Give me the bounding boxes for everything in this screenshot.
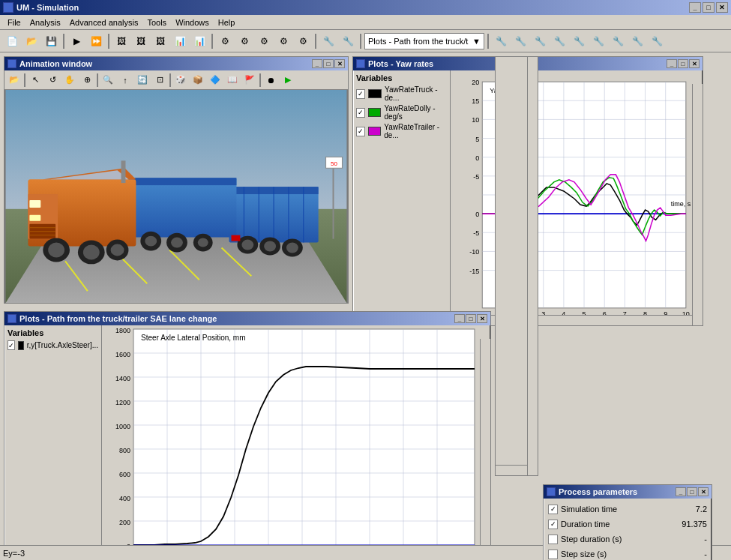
tb6[interactable]: ⚙ <box>216 33 234 49</box>
tb16[interactable]: 🔧 <box>550 33 568 49</box>
play2-button[interactable]: ⏩ <box>87 33 105 49</box>
anim-maximize[interactable]: □ <box>323 59 334 68</box>
tb19[interactable]: 🔧 <box>609 33 627 49</box>
tb2[interactable]: 🖼 <box>132 33 150 49</box>
path-window: Plots - Path from the truck/trailer SAE … <box>4 311 491 560</box>
anim-wire[interactable]: 🔷 <box>207 73 223 88</box>
menu-windows[interactable]: Windows <box>171 16 214 28</box>
duration-check[interactable]: ✓ <box>548 520 558 529</box>
animation-titlebar[interactable]: Animation window _ □ ✕ <box>4 57 348 70</box>
stepdur-check[interactable]: ✓ <box>548 535 558 544</box>
path-maximize[interactable]: □ <box>466 314 476 323</box>
svg-rect-28 <box>231 235 240 241</box>
path-var0-label: r,y[Truck.AxleSteer]... <box>27 341 98 349</box>
anim-zoom-in[interactable]: 🔍 <box>100 73 116 88</box>
anim-cursor[interactable]: ↖ <box>27 73 43 88</box>
tb7[interactable]: ⚙ <box>235 33 253 49</box>
tb5[interactable]: 📊 <box>190 33 208 49</box>
close-button[interactable]: ✕ <box>716 2 728 13</box>
yaw-minimize[interactable]: _ <box>667 59 677 68</box>
tb21[interactable]: 🔧 <box>648 33 666 49</box>
menu-advanced[interactable]: Advanced analysis <box>65 16 143 28</box>
anim-green[interactable]: ▶ <box>280 73 296 88</box>
tb4[interactable]: 📊 <box>171 33 189 49</box>
plot-selector[interactable]: Plots - Path from the truck/t ▼ <box>364 33 484 49</box>
yaw-variables-panel: Variables ✓ YawRateTruck - de... ✓ YawRa… <box>353 70 451 325</box>
anim-3d[interactable]: 🎲 <box>172 73 189 88</box>
path-var0-check[interactable]: ✓ <box>7 340 15 350</box>
yaw-var2-check[interactable]: ✓ <box>356 127 365 136</box>
anim-sep2 <box>97 73 98 87</box>
tb10[interactable]: ⚙ <box>294 33 312 49</box>
path-close[interactable]: ✕ <box>477 314 487 323</box>
tb14[interactable]: 🔧 <box>511 33 529 49</box>
new-button[interactable]: 📄 <box>3 33 21 49</box>
stepsize-label: Step size (s) <box>561 550 674 559</box>
path-scrollbar-v[interactable] <box>480 339 490 560</box>
anim-close[interactable]: ✕ <box>334 59 345 68</box>
svg-text:-5: -5 <box>473 173 479 181</box>
menu-tools[interactable]: Tools <box>142 16 171 28</box>
status-text: Ey=-3 <box>3 549 25 558</box>
simtime-check[interactable]: ✓ <box>548 505 558 514</box>
process-maximize[interactable]: □ <box>687 487 697 496</box>
open-button[interactable]: 📂 <box>22 33 40 49</box>
yaw-scrollbar-v[interactable] <box>692 84 703 325</box>
anim-book[interactable]: 📖 <box>224 73 241 88</box>
yaw-var0-check[interactable]: ✓ <box>356 89 365 99</box>
yaw-close[interactable]: ✕ <box>689 59 700 68</box>
maximize-button[interactable]: □ <box>703 2 715 13</box>
anim-rec[interactable]: ⏺ <box>262 73 279 88</box>
tb1[interactable]: 🖼 <box>112 33 130 49</box>
anim-fit[interactable]: ⊡ <box>151 73 168 88</box>
svg-text:0: 0 <box>475 211 479 218</box>
path-titlebar[interactable]: Plots - Path from the truck/trailer SAE … <box>4 312 490 325</box>
play-button[interactable]: ▶ <box>67 33 85 49</box>
anim-target[interactable]: ⊕ <box>79 73 95 88</box>
anim-solid[interactable]: 📦 <box>190 73 206 88</box>
tb18[interactable]: 🔧 <box>589 33 607 49</box>
tb20[interactable]: 🔧 <box>628 33 646 49</box>
tb3[interactable]: 🖼 <box>151 33 169 49</box>
stepsize-check[interactable]: ✓ <box>548 550 558 559</box>
main-area: Animation window _ □ ✕ 📂 ↖ ↺ ✋ ⊕ 🔍 ↑ 🔄 ⊡… <box>0 52 731 560</box>
svg-text:-15: -15 <box>469 268 479 275</box>
path-minimize[interactable]: _ <box>454 314 465 323</box>
tb13[interactable]: 🔧 <box>492 33 510 49</box>
yaw-var-2: ✓ YawRateTrailer - de... <box>356 123 447 139</box>
menu-file[interactable]: File <box>3 16 25 28</box>
path-var0-color <box>18 341 24 350</box>
menu-analysis[interactable]: Analysis <box>25 16 65 28</box>
minimize-button[interactable]: _ <box>689 2 701 13</box>
svg-text:-10: -10 <box>469 248 479 256</box>
tb12[interactable]: 🔧 <box>339 33 357 49</box>
animation-titlebar-buttons: _ □ ✕ <box>312 59 345 68</box>
anim-flag[interactable]: 🚩 <box>241 73 258 88</box>
yaw-maximize[interactable]: □ <box>678 59 688 68</box>
anim-rotate[interactable]: ↺ <box>44 73 61 88</box>
process-titlebar[interactable]: Process parameters _ □ ✕ <box>544 485 712 499</box>
anim-reset[interactable]: ↑ <box>117 73 133 88</box>
menu-bar: File Analysis Advanced analysis Tools Wi… <box>0 15 731 30</box>
side-hscrollbar[interactable] <box>496 465 527 475</box>
side-scrollbar[interactable] <box>527 57 538 475</box>
svg-text:15: 15 <box>472 97 479 105</box>
yaw-var1-check[interactable]: ✓ <box>356 108 365 118</box>
tb9[interactable]: ⚙ <box>274 33 292 49</box>
tb17[interactable]: 🔧 <box>570 33 588 49</box>
process-close[interactable]: ✕ <box>698 487 709 496</box>
anim-open[interactable]: 📂 <box>6 73 22 88</box>
save-button[interactable]: 💾 <box>42 33 60 49</box>
tb11[interactable]: 🔧 <box>319 33 337 49</box>
app-title-bar: UM - Simulation _ □ ✕ <box>0 0 731 15</box>
menu-help[interactable]: Help <box>214 16 240 28</box>
path-variables-panel: Variables ✓ r,y[Truck.AxleSteer]... <box>4 325 102 560</box>
anim-minimize[interactable]: _ <box>312 59 322 68</box>
tb8[interactable]: ⚙ <box>255 33 273 49</box>
tb15[interactable]: 🔧 <box>531 33 549 49</box>
process-minimize[interactable]: _ <box>676 487 686 496</box>
anim-pan[interactable]: ✋ <box>61 73 78 88</box>
anim-zoom-out[interactable]: 🔄 <box>134 73 151 88</box>
path-titlebar-buttons: _ □ ✕ <box>454 314 487 323</box>
main-toolbar: 📄 📂 💾 ▶ ⏩ 🖼 🖼 🖼 📊 📊 ⚙ ⚙ ⚙ ⚙ ⚙ 🔧 🔧 Plots … <box>0 30 731 52</box>
